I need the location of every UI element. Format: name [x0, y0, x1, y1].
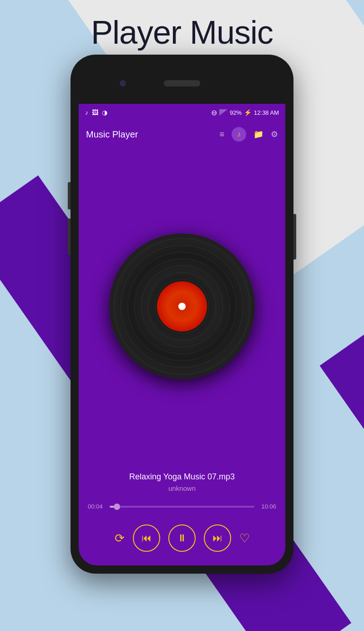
phone-shell: ♪ 🖼 ◑ ⊖ 92% ⚡ 12:38 AM Music Player	[71, 55, 293, 574]
front-camera	[120, 80, 126, 87]
page-title: Player Music	[0, 14, 364, 51]
next-button[interactable]: ⏭	[204, 524, 231, 552]
progress-area: 00:04 10:06	[79, 499, 285, 517]
status-time: 12:38 AM	[254, 109, 279, 116]
current-time: 00:04	[88, 503, 105, 510]
music-note-status-icon: ♪	[85, 109, 88, 116]
app-screen: ♪ 🖼 ◑ ⊖ 92% ⚡ 12:38 AM Music Player	[79, 104, 285, 565]
music-note-header-icon[interactable]: ♪	[232, 127, 246, 142]
previous-button[interactable]: ⏮	[133, 524, 160, 552]
status-bar: ♪ 🖼 ◑ ⊖ 92% ⚡ 12:38 AM	[79, 104, 285, 121]
status-right-icons: ⊖ 92% ⚡ 12:38 AM	[211, 108, 279, 117]
pause-icon: ⏸	[177, 532, 187, 544]
progress-bar[interactable]	[110, 506, 254, 508]
vinyl-hole	[178, 303, 186, 310]
phone-btn-power	[293, 214, 296, 260]
vinyl-record	[109, 234, 255, 379]
settings-icon[interactable]: ⚙	[271, 129, 278, 139]
bg-stripe-purple2	[320, 319, 364, 631]
phone-inner: ♪ 🖼 ◑ ⊖ 92% ⚡ 12:38 AM Music Player	[79, 63, 285, 565]
playback-controls: ⟳ ⏮ ⏸ ⏭ ♡	[79, 517, 285, 565]
phone-container: ♪ 🖼 ◑ ⊖ 92% ⚡ 12:38 AM Music Player	[71, 55, 293, 574]
phone-btn-volume-up	[68, 182, 71, 209]
battery-icon: ⚡	[244, 109, 252, 116]
favorite-button[interactable]: ♡	[239, 531, 250, 545]
progress-thumb[interactable]	[114, 504, 120, 510]
folder-icon[interactable]: 📁	[253, 129, 263, 139]
vinyl-center-label	[157, 281, 207, 331]
phone-top-bar	[79, 63, 285, 104]
pause-button[interactable]: ⏸	[168, 524, 196, 552]
signal-off-icon	[219, 109, 228, 116]
app-header: Music Player ≡ ♪ 📁 ⚙	[79, 121, 285, 148]
app-title: Music Player	[86, 129, 138, 140]
image-status-icon: 🖼	[92, 109, 98, 116]
playlist-icon[interactable]: ≡	[219, 130, 224, 139]
minus-icon: ⊖	[211, 108, 217, 117]
phone-btn-volume-down	[68, 219, 71, 255]
heart-icon: ♡	[239, 531, 250, 545]
repeat-icon: ⟳	[115, 531, 125, 545]
earpiece-speaker	[164, 80, 200, 87]
total-time: 10:06	[259, 503, 276, 510]
song-artist: unknown	[86, 484, 278, 492]
header-icons: ≡ ♪ 📁 ⚙	[219, 127, 278, 142]
repeat-button[interactable]: ⟳	[115, 531, 125, 545]
song-title: Relaxing Yoga Music 07.mp3	[86, 472, 278, 482]
previous-icon: ⏮	[142, 532, 152, 544]
battery-percent: 92%	[230, 109, 242, 116]
status-left-icons: ♪ 🖼 ◑	[85, 109, 107, 116]
next-icon: ⏭	[212, 532, 222, 544]
vinyl-area	[79, 148, 285, 465]
song-info: Relaxing Yoga Music 07.mp3 unknown	[79, 465, 285, 499]
circle-status-icon: ◑	[102, 109, 107, 116]
